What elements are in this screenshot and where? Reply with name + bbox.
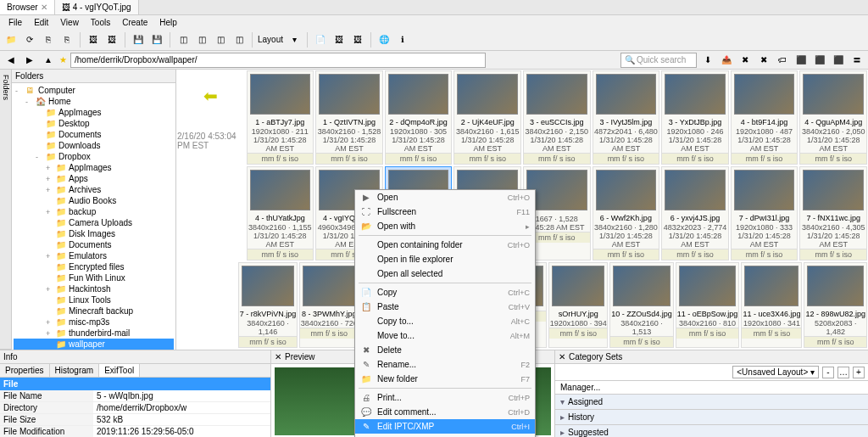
sidetab-favorites[interactable]: Favorites <box>0 70 1 350</box>
folder-tree[interactable]: -🖥Computer-🏠Home📁AppImages📁Desktop📁Docum… <box>12 83 175 350</box>
tool-icon[interactable]: ✖ <box>737 53 753 68</box>
menu-item[interactable]: Open GPS location in GeoHack... <box>355 434 535 437</box>
thumbnail[interactable]: 11 - oEBpSow.jpg3840x2160 · 810mm f/ s i… <box>676 262 740 348</box>
nav-up-icon[interactable]: ▲ <box>41 53 56 68</box>
tab-image[interactable]: 🖼4 - vgIYQoT.jpg <box>55 0 139 14</box>
thumbnail[interactable]: 7 - r8kVPiVN.jpg3840x2160 · 1,146mm f/ s… <box>238 262 298 348</box>
tree-node[interactable]: +📁Apps <box>14 173 174 184</box>
thumbnail[interactable]: 8 - 3PWMhY.jpg3840x2160 · 726mm f/ s iso <box>299 262 359 348</box>
menu-item[interactable]: 📂Open with <box>355 219 535 233</box>
menu-item[interactable]: Open containing folderCtrl+O <box>355 238 535 252</box>
tree-node[interactable]: +📁backup <box>14 206 174 217</box>
up-folder[interactable]: ⬅2/16/20 4:53:04 PM EST <box>177 70 245 165</box>
tool-icon[interactable]: ◫ <box>231 32 247 48</box>
tree-node[interactable]: -🏠Home <box>14 96 174 107</box>
tool-icon[interactable]: 〓 <box>849 53 865 68</box>
thumbnail[interactable]: 6 - yxvj4JS.jpg4832x2023 · 2,7741/31/20 … <box>661 166 729 261</box>
cat-suggested[interactable]: ▸Suggested <box>555 425 868 437</box>
thumbnail[interactable]: 4 - QguApM4.jpg3840x2160 · 2,0501/31/20 … <box>799 70 867 165</box>
search-input[interactable]: 🔍 Quick search <box>620 53 697 68</box>
tool-icon[interactable]: 🌐 <box>376 32 392 48</box>
tool-icon[interactable]: 🖼 <box>350 32 365 48</box>
tree-node[interactable]: +📁misc-mp3s <box>14 317 174 328</box>
tool-icon[interactable]: ⬇ <box>700 53 715 68</box>
tree-node[interactable]: 📁Minecraft backup <box>14 305 174 317</box>
menu-item[interactable]: Copy to...Alt+C <box>355 314 535 328</box>
tree-node[interactable]: 📁Fun With Linux <box>14 272 174 283</box>
thumbnail[interactable]: 1 - QztIVTN.jpg3840x2160 · 1,5281/31/20 … <box>315 70 383 165</box>
close-icon[interactable]: ✕ <box>41 3 47 12</box>
tree-node[interactable]: 📁wallpaper <box>14 339 174 350</box>
tree-node[interactable]: 📁Desktop <box>14 118 174 129</box>
star-icon[interactable]: ★ <box>59 55 67 64</box>
tool-icon[interactable]: 📄 <box>313 32 328 48</box>
tree-node[interactable]: -🖥Computer <box>14 85 174 96</box>
menu-item[interactable]: 📄CopyCtrl+C <box>355 285 535 300</box>
tool-icon[interactable]: ⟳ <box>22 32 37 48</box>
menu-item[interactable]: 📋PasteCtrl+V <box>355 300 535 314</box>
menu-item[interactable]: Open in file explorer <box>355 252 535 266</box>
tool-icon[interactable]: 🖼 <box>331 32 347 48</box>
tool-icon[interactable]: ◫ <box>194 32 209 48</box>
thumbnail[interactable]: 2 - UjK4eUF.jpg3840x2160 · 1,6151/31/20 … <box>453 70 521 165</box>
menu-tools[interactable]: Tools <box>86 17 115 27</box>
menu-item[interactable]: ✎Rename...F2 <box>355 357 535 372</box>
thumbnail[interactable]: 4 - thUYatkJpg3840x2160 · 1,1551/31/20 1… <box>247 166 314 261</box>
menu-help[interactable]: Help <box>154 17 182 27</box>
tool-icon[interactable]: 🖼 <box>86 32 101 48</box>
layout-minus-button[interactable]: - <box>822 367 834 378</box>
sidetab-folders[interactable]: Folders <box>1 70 11 350</box>
thumbnail[interactable]: 3 - YxDtJBp.jpg1920x1080 · 2461/31/20 1:… <box>661 70 729 165</box>
tool-icon[interactable]: 💾 <box>131 32 146 48</box>
tab-histogram[interactable]: Histogram <box>50 364 100 377</box>
layout-plus-button[interactable]: + <box>853 367 865 378</box>
tool-icon[interactable]: ⬛ <box>831 53 846 68</box>
thumbnail[interactable]: 7 - dPwI31l.jpg1920x1080 · 3331/31/20 1:… <box>731 166 798 261</box>
tool-icon[interactable]: 📁 <box>3 32 19 48</box>
tree-node[interactable]: 📁Documents <box>14 129 174 140</box>
menu-create[interactable]: Create <box>117 17 153 27</box>
cat-assigned[interactable]: ▾Assigned <box>555 395 868 410</box>
tree-node[interactable]: 📁Audio Books <box>14 195 174 206</box>
tree-node[interactable]: +📁Archives <box>14 184 174 195</box>
tab-properties[interactable]: Properties <box>0 364 50 377</box>
thumbnail[interactable]: sOrHUY.jpg1920x1080 · 394mm f/ s iso <box>548 262 608 348</box>
manager-link[interactable]: Manager... <box>555 381 868 395</box>
layout-select[interactable]: <Unsaved Layout> ▾ <box>732 366 819 378</box>
tool-icon[interactable]: 📤 <box>719 53 734 68</box>
tree-node[interactable]: +📁thunderbird-mail <box>14 328 174 339</box>
nav-back-icon[interactable]: ◀ <box>3 53 19 68</box>
tree-node[interactable]: 📁Disk Images <box>14 228 174 239</box>
tree-node[interactable]: 📁Encrypted files <box>14 261 174 272</box>
tab-browser[interactable]: Browser✕ <box>0 0 55 14</box>
tree-node[interactable]: +📁AppImages <box>14 162 174 173</box>
menu-view[interactable]: View <box>55 17 84 27</box>
nav-fwd-icon[interactable]: ▶ <box>22 53 37 68</box>
thumbnail[interactable]: 1 - aBTJy7.jpg1920x1080 · 2111/31/20 1:4… <box>247 70 314 165</box>
thumbnail[interactable]: 3 - euSCCIs.jpg3840x2160 · 2,1501/31/20 … <box>523 70 591 165</box>
tree-node[interactable]: 📁Downloads <box>14 140 174 151</box>
context-menu[interactable]: ▶OpenCtrl+O⛶FullscreenF11📂Open withOpen … <box>354 189 536 437</box>
cat-history[interactable]: ▸History <box>555 410 868 425</box>
thumbnail[interactable]: 10 - ZZOuSd4.jpg3840x2160 · 1,513mm f/ s… <box>609 262 674 348</box>
tool-icon[interactable]: ◫ <box>175 32 191 48</box>
tool-icon[interactable]: ◫ <box>213 32 228 48</box>
menu-item[interactable]: ✎Edit IPTC/XMPCtrl+I <box>355 419 535 434</box>
tool-icon[interactable]: ⬛ <box>812 53 827 68</box>
tool-icon[interactable]: ✖ <box>756 53 771 68</box>
menu-item[interactable]: Move to...Alt+M <box>355 328 535 343</box>
thumbnail[interactable]: 4 - bt9F14.jpg1920x1080 · 4871/31/20 1:4… <box>731 70 798 165</box>
tree-node[interactable]: +📁Emulators <box>14 250 174 261</box>
menu-edit[interactable]: Edit <box>29 17 53 27</box>
layout-ellipsis-button[interactable]: … <box>837 367 849 378</box>
tree-node[interactable]: -📁Dropbox <box>14 151 174 162</box>
path-input[interactable]: /home/derrik/Dropbox/wallpaper/ <box>70 53 486 68</box>
tool-icon[interactable]: ⬛ <box>793 53 809 68</box>
tree-node[interactable]: 📁AppImages <box>14 107 174 118</box>
tool-icon[interactable]: ℹ <box>395 32 410 48</box>
menu-item[interactable]: Open all selected <box>355 266 535 281</box>
tool-icon[interactable]: ⎘ <box>41 32 56 48</box>
thumbnail[interactable]: 6 - Wwf2Kh.jpg3840x2160 · 1,2801/31/20 1… <box>593 166 660 261</box>
thumbnail[interactable]: 12 - 898wU82.jpg5208x2083 · 1,482mm f/ s… <box>804 262 867 348</box>
tool-icon[interactable]: 🏷 <box>775 53 790 68</box>
